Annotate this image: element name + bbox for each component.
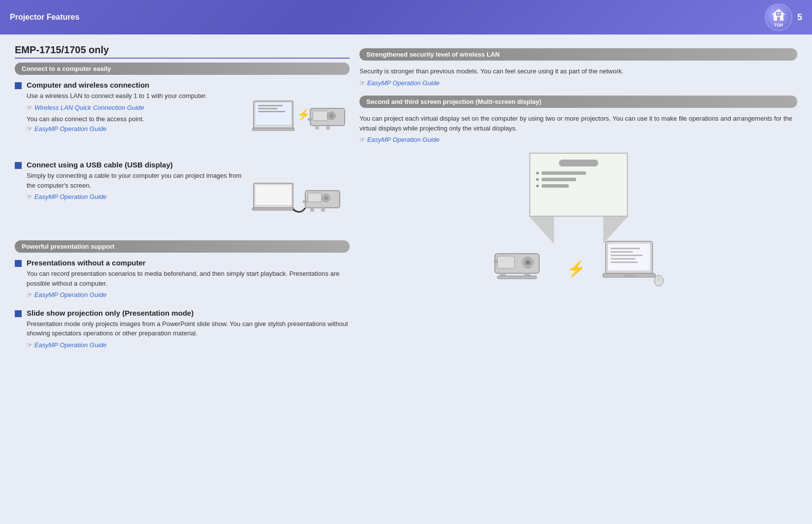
feature-usb-text: Simply by connecting a cable to your com… bbox=[27, 171, 246, 202]
feature-usb-link1-wrap: ☞ EasyMP Operation Guide bbox=[27, 192, 246, 202]
feature-usb-title: Connect using a USB cable (USB display) bbox=[27, 161, 350, 169]
svg-rect-15 bbox=[308, 118, 312, 121]
lightning-arrow: ⚡ bbox=[566, 260, 586, 278]
svg-rect-46 bbox=[624, 275, 635, 276]
feature-no-computer: Presentations without a computer You can… bbox=[15, 259, 350, 300]
svg-rect-44 bbox=[611, 262, 638, 263]
screen-line-bar-3 bbox=[542, 184, 569, 188]
feature-slideshow-body1: Presentation mode only projects images f… bbox=[27, 319, 350, 338]
feature-bullet-1 bbox=[15, 82, 22, 89]
svg-rect-6 bbox=[252, 128, 294, 131]
screen-bar-top bbox=[559, 160, 598, 166]
section-title: EMP-1715/1705 only bbox=[15, 44, 350, 59]
feature-wireless-link1-wrap: ☞ Wireless LAN Quick Connection Guide bbox=[27, 103, 246, 113]
svg-rect-19 bbox=[255, 185, 292, 205]
svg-rect-27 bbox=[321, 208, 325, 212]
screen-dot-2 bbox=[536, 178, 539, 181]
header-right: TOP 5 bbox=[765, 3, 802, 31]
usb-illustration bbox=[251, 171, 350, 231]
feature-usb: Connect using a USB cable (USB display) … bbox=[15, 161, 350, 231]
multiscreen-section: You can project each virtual display set… bbox=[359, 114, 797, 145]
bar-security: Strengthened security level of wireless … bbox=[359, 48, 797, 61]
svg-rect-39 bbox=[608, 243, 650, 271]
top-icon[interactable]: TOP bbox=[765, 3, 792, 31]
page-header: Projector Features TOP 5 bbox=[0, 0, 812, 34]
feature-usb-body1: Simply by connecting a cable to your com… bbox=[27, 171, 246, 190]
multiscreen-diagram: ⚡ bbox=[359, 153, 797, 288]
screen-line-1 bbox=[536, 171, 621, 175]
bar-connect: Connect to a computer easily bbox=[15, 63, 350, 75]
multiscreen-link-wrap: ☞ EasyMP Operation Guide bbox=[359, 135, 797, 145]
feature-wireless-link2[interactable]: EasyMP Operation Guide bbox=[34, 125, 107, 132]
svg-rect-17 bbox=[326, 126, 330, 130]
feature-wireless-title: Computer and wireless connection bbox=[27, 81, 350, 89]
page-number: 5 bbox=[797, 12, 802, 23]
security-body: Security is stronger than previous model… bbox=[359, 66, 797, 76]
screen-dot-3 bbox=[536, 185, 539, 187]
feature-wireless-link2-wrap: ☞ EasyMP Operation Guide bbox=[27, 124, 246, 134]
screen-line-bar-2 bbox=[542, 178, 576, 181]
feature-bullet-2 bbox=[15, 162, 22, 169]
bar-presentation: Powerful presentation support bbox=[15, 240, 350, 253]
feature-no-computer-link-wrap: ☞ EasyMP Operation Guide bbox=[27, 290, 350, 300]
multiscreen-link[interactable]: EasyMP Operation Guide bbox=[367, 136, 440, 143]
feature-usb-content: Connect using a USB cable (USB display) … bbox=[27, 161, 350, 231]
feature-no-computer-title: Presentations without a computer bbox=[27, 259, 350, 267]
svg-rect-2 bbox=[777, 13, 780, 14]
security-link-wrap: ☞ EasyMP Operation Guide bbox=[359, 78, 797, 88]
feature-usb-link1[interactable]: EasyMP Operation Guide bbox=[34, 193, 107, 200]
feature-wireless-body2: You can also connect to the access point… bbox=[27, 114, 246, 124]
svg-rect-36 bbox=[497, 276, 537, 279]
svg-point-32 bbox=[526, 261, 529, 264]
svg-rect-25 bbox=[303, 200, 307, 203]
wireless-illustration: ⚡ bbox=[251, 91, 350, 152]
feature-no-computer-body1: You can record presentation scenarios to… bbox=[27, 269, 350, 288]
feature-wireless-link1[interactable]: Wireless LAN Quick Connection Guide bbox=[34, 104, 144, 111]
svg-rect-29 bbox=[497, 256, 515, 268]
feature-wireless-content: Computer and wireless connection Use a w… bbox=[27, 81, 350, 152]
devices-row: ⚡ bbox=[492, 239, 665, 288]
svg-rect-40 bbox=[611, 248, 640, 249]
screen-dot-1 bbox=[536, 172, 539, 174]
svg-rect-26 bbox=[310, 208, 314, 212]
svg-point-24 bbox=[324, 196, 328, 200]
svg-rect-8 bbox=[258, 108, 278, 109]
svg-rect-43 bbox=[611, 258, 635, 260]
feature-wireless-body-row: Use a wireless LAN to connect easily 1 t… bbox=[27, 91, 350, 152]
svg-rect-7 bbox=[258, 105, 283, 106]
feature-no-computer-content: Presentations without a computer You can… bbox=[27, 259, 350, 300]
feature-slideshow-link1[interactable]: EasyMP Operation Guide bbox=[34, 341, 107, 349]
svg-rect-3 bbox=[777, 14, 780, 15]
feature-bullet-3 bbox=[15, 260, 22, 267]
feature-wireless: Computer and wireless connection Use a w… bbox=[15, 81, 350, 152]
feature-wireless-text: Use a wireless LAN to connect easily 1 t… bbox=[27, 91, 246, 133]
laptop-device-svg bbox=[601, 239, 665, 288]
multiscreen-body: You can project each virtual display set… bbox=[359, 114, 797, 133]
main-content: EMP-1715/1705 only Connect to a computer… bbox=[0, 34, 812, 368]
svg-rect-12 bbox=[313, 111, 327, 121]
home-icon bbox=[771, 7, 786, 23]
left-column: EMP-1715/1705 only Connect to a computer… bbox=[15, 44, 350, 359]
feature-bullet-4 bbox=[15, 310, 22, 317]
svg-rect-42 bbox=[611, 255, 643, 256]
projector-device-svg bbox=[492, 244, 552, 288]
feature-slideshow-link-wrap: ☞ EasyMP Operation Guide bbox=[27, 340, 350, 350]
top-label: TOP bbox=[774, 23, 783, 28]
feature-slideshow-content: Slide show projection only (Presentation… bbox=[27, 309, 350, 350]
feature-wireless-body1: Use a wireless LAN to connect easily 1 t… bbox=[27, 91, 246, 101]
screen-line-bar-1 bbox=[542, 171, 586, 175]
feature-no-computer-link1[interactable]: EasyMP Operation Guide bbox=[34, 291, 107, 298]
svg-point-14 bbox=[329, 113, 334, 118]
svg-rect-16 bbox=[315, 126, 319, 130]
bar-multiscreen: Second and third screen projection (Mult… bbox=[359, 96, 797, 108]
svg-rect-20 bbox=[252, 208, 294, 210]
feature-slideshow-title: Slide show projection only (Presentation… bbox=[27, 309, 350, 317]
feature-usb-body-row: Simply by connecting a cable to your com… bbox=[27, 171, 350, 231]
screen-box bbox=[529, 153, 628, 217]
svg-rect-22 bbox=[308, 193, 322, 202]
feature-slideshow: Slide show projection only (Presentation… bbox=[15, 309, 350, 350]
wireless-connection-svg: ⚡ bbox=[251, 91, 350, 150]
security-link[interactable]: EasyMP Operation Guide bbox=[367, 79, 440, 87]
svg-rect-9 bbox=[258, 111, 285, 112]
screen-line-3 bbox=[536, 184, 621, 188]
